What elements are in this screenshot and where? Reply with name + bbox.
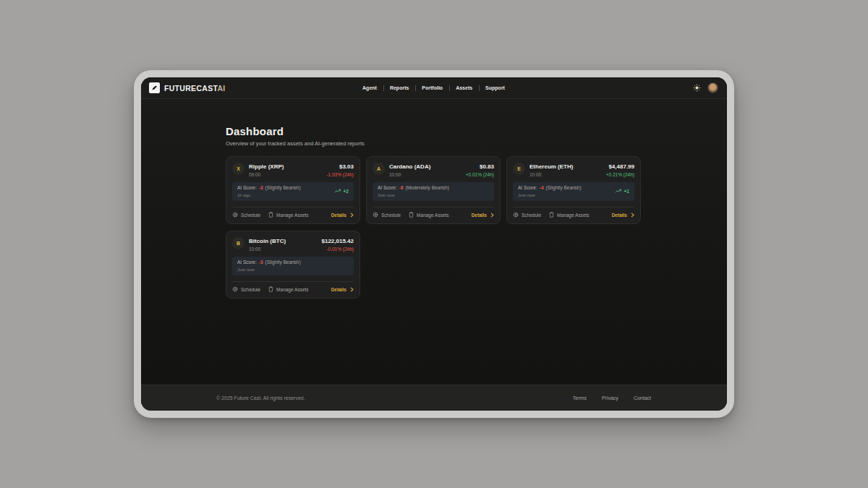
footer-link-contact[interactable]: Contact [634, 395, 651, 401]
price-change: -1.93% (24h) [326, 172, 354, 177]
card-actions: Schedule Manage Assets Details [373, 207, 494, 218]
screen: FUTURECASTAI Agent Reports Portfolio Ass… [141, 77, 727, 411]
card-header: X Ripple (XRP) 09:00 $3.03 -1.93% (24h) [232, 163, 354, 177]
ai-score-sentiment: (Slightly Bearish) [265, 186, 301, 191]
gear-icon [513, 212, 519, 218]
chevron-right-icon [350, 287, 354, 292]
asset-price: $4,487.99 [606, 163, 634, 170]
gear-icon [373, 212, 378, 218]
page-subtitle: Overview of your tracked assets and AI-g… [226, 140, 642, 147]
asset-time: 09:00 [249, 172, 322, 177]
manage-assets-button[interactable]: Manage Assets [268, 286, 308, 292]
user-avatar[interactable] [707, 82, 718, 93]
main-content: Dashboard Overview of your tracked asset… [141, 99, 727, 385]
manage-assets-button[interactable]: Manage Assets [549, 212, 589, 218]
nav-item-assets[interactable]: Assets [449, 85, 479, 90]
trash-icon [268, 212, 273, 218]
top-right-controls [693, 82, 718, 93]
asset-card-ethereum: E Ethereum (ETH) 10:00 $4,487.99 +0.21% … [506, 156, 641, 224]
asset-initial-badge: E [513, 163, 525, 175]
schedule-button[interactable]: Schedule [232, 286, 260, 292]
ai-score-sentiment: (Moderately Bearish) [406, 186, 449, 191]
schedule-button[interactable]: Schedule [232, 212, 260, 218]
ai-score-label: AI Score: [237, 186, 257, 191]
ai-score-value: -6 [399, 186, 404, 191]
page-title: Dashboard [226, 125, 642, 137]
asset-price: $3.03 [326, 163, 354, 170]
card-header: E Ethereum (ETH) 10:00 $4,487.99 +0.21% … [513, 163, 634, 177]
details-link[interactable]: Details [331, 287, 354, 292]
asset-price: $122,015.42 [322, 238, 354, 244]
nav-item-agent[interactable]: Agent [356, 85, 383, 90]
manage-assets-button[interactable]: Manage Assets [409, 212, 448, 218]
ai-score-box: AI Score: -6 (Moderately Bearish) Just n… [373, 182, 494, 201]
nav-item-portfolio[interactable]: Portfolio [415, 85, 449, 90]
asset-name: Cardano (ADA) [389, 163, 461, 170]
score-updated: Just now [378, 193, 449, 197]
asset-time: 10:00 [249, 247, 318, 252]
schedule-button[interactable]: Schedule [513, 212, 541, 218]
trending-up-icon [615, 189, 622, 194]
footer-link-privacy[interactable]: Privacy [602, 395, 618, 401]
asset-card-ripple: X Ripple (XRP) 09:00 $3.03 -1.93% (24h) [226, 156, 360, 224]
brand-name: FUTURECASTAI [164, 84, 226, 93]
score-delta: +2 [344, 189, 349, 194]
card-actions: Schedule Manage Assets Details [513, 207, 634, 218]
manage-assets-button[interactable]: Manage Assets [268, 212, 308, 218]
card-header: A Cardano (ADA) 10:00 $0.83 +0.01% (24h) [373, 163, 494, 177]
ai-score-label: AI Score: [237, 260, 257, 265]
chevron-right-icon [490, 213, 494, 218]
score-updated: Just now [237, 267, 301, 272]
asset-name: Ripple (XRP) [249, 163, 322, 170]
asset-name: Bitcoin (BTC) [249, 238, 318, 244]
nav-item-support[interactable]: Support [479, 85, 511, 90]
ai-score-sentiment: (Slightly Bearish) [265, 260, 301, 265]
score-trend: +1 [615, 189, 629, 194]
chevron-right-icon [350, 213, 354, 218]
ai-score-label: AI Score: [518, 186, 537, 191]
asset-initial-badge: A [373, 163, 385, 175]
details-link[interactable]: Details [331, 213, 354, 218]
ai-score-sentiment: (Slightly Bearish) [546, 186, 582, 191]
asset-card-grid: X Ripple (XRP) 09:00 $3.03 -1.93% (24h) [226, 156, 642, 299]
schedule-button[interactable]: Schedule [373, 212, 401, 218]
score-delta: +1 [624, 189, 629, 194]
asset-time: 10:00 [529, 172, 602, 177]
card-actions: Schedule Manage Assets Details [232, 281, 354, 292]
score-updated: 1h ago [237, 193, 301, 197]
main-nav: Agent Reports Portfolio Assets Support [356, 85, 511, 90]
app-window: FUTURECASTAI Agent Reports Portfolio Ass… [134, 70, 734, 418]
asset-initial-badge: B [232, 237, 244, 249]
price-change: +0.01% (24h) [466, 172, 494, 177]
ai-score-value: -4 [540, 186, 544, 191]
details-link[interactable]: Details [612, 213, 634, 218]
details-link[interactable]: Details [472, 213, 494, 218]
score-updated: Just now [518, 193, 582, 197]
top-navigation-bar: FUTURECASTAI Agent Reports Portfolio Ass… [141, 77, 727, 99]
gear-icon [232, 212, 238, 218]
asset-initial-badge: X [232, 163, 244, 175]
price-change: +0.21% (24h) [606, 172, 634, 177]
ai-score-box: AI Score: -3 (Slightly Bearish) Just now [232, 257, 354, 275]
footer-bar: © 2025 Future Cast. All rights reserved.… [141, 385, 727, 411]
copyright-text: © 2025 Future Cast. All rights reserved. [216, 395, 305, 401]
asset-time: 10:00 [389, 172, 461, 177]
trash-icon [549, 212, 554, 218]
footer-link-terms[interactable]: Terms [573, 395, 587, 401]
nav-item-reports[interactable]: Reports [383, 85, 415, 90]
gear-icon [232, 286, 238, 292]
price-change: -0.01% (24h) [322, 247, 354, 252]
score-trend: +2 [334, 189, 349, 194]
ai-score-box: AI Score: -4 (Slightly Bearish) Just now [513, 182, 634, 201]
ai-score-box: AI Score: -3 (Slightly Bearish) 1h ago [232, 182, 354, 201]
asset-name: Ethereum (ETH) [529, 163, 602, 170]
chevron-right-icon [631, 213, 634, 218]
trash-icon [409, 212, 414, 218]
trash-icon [268, 286, 273, 292]
card-actions: Schedule Manage Assets Details [232, 207, 354, 218]
theme-toggle-sun-icon[interactable] [693, 84, 701, 92]
asset-card-bitcoin: B Bitcoin (BTC) 10:00 $122,015.42 -0.01%… [226, 231, 360, 299]
asset-card-cardano: A Cardano (ADA) 10:00 $0.83 +0.01% (24h) [366, 156, 501, 224]
footer-links: Terms Privacy Contact [573, 395, 651, 401]
ai-score-value: -3 [259, 186, 263, 191]
